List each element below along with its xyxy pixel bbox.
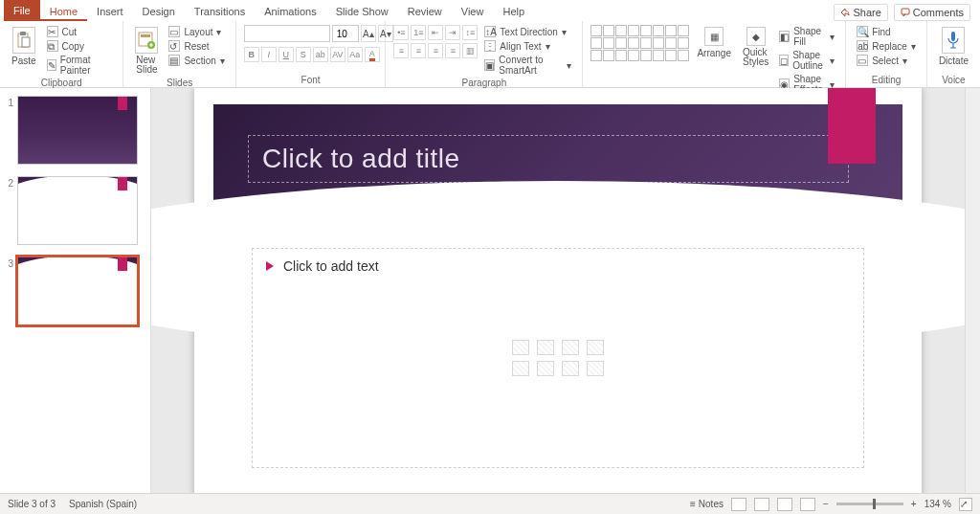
text-direction-button[interactable]: ↕AText Direction ▾ — [481, 25, 574, 38]
zoom-out-button[interactable]: − — [823, 499, 829, 509]
thumb-number: 2 — [6, 176, 13, 245]
align-right-button[interactable]: ≡ — [428, 43, 443, 58]
dictate-button[interactable]: Dictate — [935, 25, 972, 68]
menu-bar: File Home Insert Design Transitions Anim… — [0, 0, 980, 21]
arrange-button[interactable]: ▦Arrange — [693, 25, 735, 60]
font-color-button[interactable]: A — [365, 47, 380, 62]
group-drawing: ▦Arrange ◆Quick Styles ◧Shape Fill ▾ ◻Sh… — [583, 21, 846, 87]
bold-button[interactable]: B — [244, 47, 259, 62]
text-direction-label: Text Direction — [500, 27, 558, 37]
shadow-button[interactable]: ab — [313, 47, 328, 62]
change-case-button[interactable]: Aa — [347, 47, 363, 62]
shapes-gallery[interactable] — [590, 25, 689, 61]
insert-video-icon[interactable] — [562, 361, 579, 376]
tab-transitions[interactable]: Transitions — [185, 2, 255, 21]
dictate-label: Dictate — [939, 56, 969, 66]
paste-button[interactable]: Paste — [8, 25, 40, 68]
reading-view-button[interactable] — [777, 498, 792, 511]
underline-button[interactable]: U — [278, 47, 294, 62]
strikethrough-button[interactable]: S — [296, 47, 311, 62]
thumb-number: 1 — [6, 96, 13, 165]
status-language[interactable]: Spanish (Spain) — [69, 499, 137, 509]
align-left-button[interactable]: ≡ — [393, 43, 409, 58]
layout-button[interactable]: ▭Layout ▾ — [166, 25, 227, 38]
columns-button[interactable]: ▥ — [462, 43, 478, 58]
title-placeholder[interactable]: Click to add title — [248, 135, 849, 183]
thumbnail-3[interactable] — [17, 257, 138, 325]
new-slide-button[interactable]: New Slide — [131, 25, 162, 77]
copy-button[interactable]: ⧉Copy — [44, 39, 116, 53]
format-painter-button[interactable]: ✎Format Painter — [44, 54, 116, 77]
tab-insert[interactable]: Insert — [87, 2, 133, 21]
thumbnail-1[interactable] — [17, 96, 138, 165]
tab-review[interactable]: Review — [398, 2, 452, 21]
select-button[interactable]: ▭Select ▾ — [854, 54, 919, 67]
tab-view[interactable]: View — [452, 2, 494, 21]
font-family-input[interactable] — [244, 25, 330, 42]
align-text-button[interactable]: ⋮Align Text ▾ — [481, 39, 574, 53]
section-button[interactable]: ▤Section ▾ — [166, 54, 227, 67]
insert-online-picture-icon[interactable] — [537, 361, 554, 376]
tab-animations[interactable]: Animations — [255, 2, 325, 21]
cut-button[interactable]: ✂Cut — [44, 25, 116, 38]
tab-home[interactable]: Home — [40, 2, 87, 21]
format-painter-icon: ✎ — [47, 59, 56, 71]
zoom-level[interactable]: 134 % — [924, 499, 951, 509]
zoom-slider[interactable] — [836, 503, 903, 505]
tab-design[interactable]: Design — [133, 2, 185, 21]
slide-canvas-area[interactable]: Click to add title Click to add text — [151, 88, 965, 493]
font-size-input[interactable] — [332, 25, 359, 42]
insert-icon-icon[interactable] — [587, 361, 604, 376]
comments-label: Comments — [913, 7, 964, 18]
comments-button[interactable]: Comments — [894, 4, 970, 21]
find-button[interactable]: 🔍Find — [854, 25, 919, 38]
increase-font-button[interactable]: A▴ — [361, 25, 376, 42]
decrease-indent-button[interactable]: ⇤ — [428, 25, 443, 40]
thumbnail-2[interactable] — [17, 176, 138, 245]
tab-file[interactable]: File — [4, 0, 40, 21]
char-spacing-button[interactable]: AV — [330, 47, 345, 62]
bullet-icon — [266, 261, 274, 271]
insert-3d-icon[interactable] — [587, 340, 604, 355]
normal-view-button[interactable] — [731, 498, 746, 511]
slideshow-view-button[interactable] — [800, 498, 815, 511]
replace-button[interactable]: abReplace ▾ — [854, 39, 919, 53]
share-button[interactable]: Share — [834, 4, 887, 21]
content-placeholder[interactable]: Click to add text — [252, 248, 864, 468]
insert-chart-icon[interactable] — [537, 340, 554, 355]
justify-button[interactable]: ≡ — [445, 43, 460, 58]
notes-button[interactable]: ≡ Notes — [690, 499, 724, 509]
tab-slideshow[interactable]: Slide Show — [326, 2, 398, 21]
editing-group-label: Editing — [854, 74, 919, 85]
align-center-button[interactable]: ≡ — [411, 43, 426, 58]
insert-smartart-icon[interactable] — [562, 340, 579, 355]
cut-label: Cut — [62, 27, 78, 37]
increase-indent-button[interactable]: ⇥ — [445, 25, 460, 40]
convert-smartart-button[interactable]: ▣Convert to SmartArt ▾ — [481, 54, 574, 77]
shape-fill-button[interactable]: ◧Shape Fill ▾ — [776, 25, 837, 48]
group-clipboard: Paste ✂Cut ⧉Copy ✎Format Painter Clipboa… — [0, 21, 123, 87]
bullets-button[interactable]: •≡ — [393, 25, 409, 40]
zoom-in-button[interactable]: + — [911, 499, 917, 509]
slide-ribbon-accent — [828, 88, 876, 164]
numbering-button[interactable]: 1≡ — [411, 25, 426, 40]
align-text-icon: ⋮ — [484, 40, 496, 52]
group-paragraph: •≡ 1≡ ⇤ ⇥ ↕≡ ≡ ≡ ≡ ≡ ▥ ↕AText Direction … — [386, 21, 583, 87]
svg-rect-2 — [20, 32, 26, 35]
insert-picture-icon[interactable] — [512, 361, 529, 376]
line-spacing-button[interactable]: ↕≡ — [462, 25, 478, 40]
reset-button[interactable]: ↺Reset — [166, 39, 227, 53]
content-insert-icons[interactable] — [512, 340, 604, 376]
share-icon — [840, 8, 850, 17]
italic-button[interactable]: I — [261, 47, 277, 62]
thumb-number: 3 — [6, 257, 13, 325]
insert-table-icon[interactable] — [512, 340, 529, 355]
fit-to-window-button[interactable]: ⤢ — [959, 498, 972, 511]
quick-styles-button[interactable]: ◆Quick Styles — [739, 25, 772, 69]
sorter-view-button[interactable] — [754, 498, 769, 511]
tab-help[interactable]: Help — [493, 2, 534, 21]
vertical-scrollbar[interactable] — [965, 88, 980, 493]
thumbnail-panel[interactable]: 1 2 3 — [0, 88, 151, 493]
shape-outline-button[interactable]: ◻Shape Outline ▾ — [776, 49, 837, 72]
slide[interactable]: Click to add title Click to add text — [194, 88, 922, 493]
